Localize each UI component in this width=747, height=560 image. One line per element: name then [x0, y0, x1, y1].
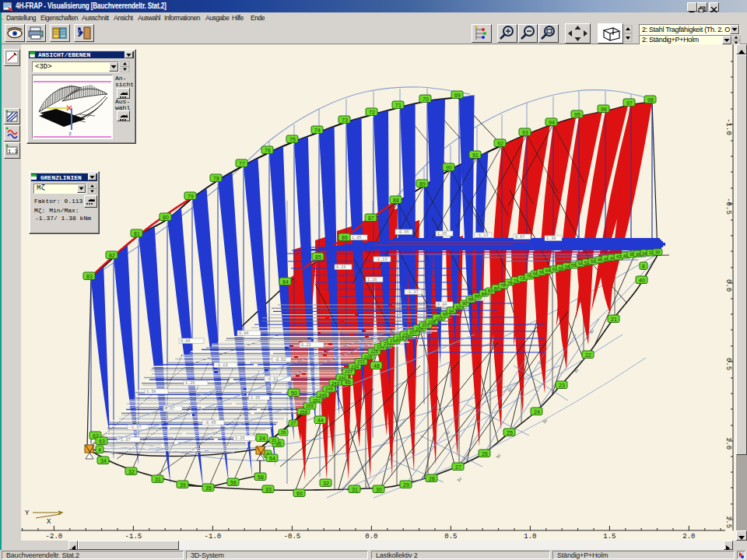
svg-text:50: 50	[291, 390, 297, 396]
svg-text:-0.45: -0.45	[204, 421, 216, 425]
svg-text:34: 34	[100, 458, 107, 464]
svg-text:94: 94	[449, 309, 454, 313]
svg-text:1.5: 1.5	[603, 533, 615, 541]
svg-text:89: 89	[419, 181, 426, 187]
svg-text:91: 91	[472, 152, 479, 158]
svg-text:32: 32	[128, 469, 135, 474]
svg-text:1.26: 1.26	[235, 436, 244, 441]
svg-text:0.0: 0.0	[724, 279, 732, 292]
svg-text:0.84: 0.84	[437, 303, 447, 307]
svg-text:40: 40	[639, 278, 645, 283]
svg-text:95: 95	[574, 112, 580, 117]
svg-text:73: 73	[342, 117, 348, 123]
svg-text:0.5: 0.5	[724, 358, 732, 370]
svg-text:27: 27	[455, 464, 461, 470]
svg-text:1.0: 1.0	[724, 437, 732, 450]
svg-text:79: 79	[188, 194, 194, 199]
svg-text:243: 243	[331, 381, 340, 386]
svg-text:84: 84	[282, 279, 289, 285]
svg-text:21: 21	[611, 317, 617, 322]
svg-text:-0.5: -0.5	[284, 533, 301, 541]
svg-text:0.23: 0.23	[336, 265, 345, 270]
svg-text:1.05: 1.05	[251, 396, 260, 401]
svg-text:58: 58	[258, 474, 264, 480]
svg-text:2.0: 2.0	[682, 533, 695, 541]
svg-text:-1.37: -1.37	[406, 290, 419, 295]
svg-text:39: 39	[180, 482, 186, 488]
svg-text:82: 82	[109, 253, 115, 258]
svg-text:29: 29	[403, 482, 409, 488]
svg-text:32: 32	[323, 481, 329, 486]
svg-text:24: 24	[534, 409, 540, 415]
svg-text:93: 93	[522, 130, 528, 135]
svg-text:240: 240	[338, 376, 347, 380]
svg-text:29: 29	[281, 430, 286, 435]
svg-text:23: 23	[559, 383, 565, 388]
svg-text:88: 88	[393, 198, 399, 203]
svg-text:72: 72	[369, 110, 375, 115]
svg-text:71: 71	[395, 103, 402, 108]
svg-text:252: 252	[313, 398, 321, 403]
svg-text:76: 76	[265, 148, 271, 153]
svg-text:0.5: 0.5	[444, 533, 457, 541]
svg-text:1.38: 1.38	[146, 390, 156, 394]
svg-text:X: X	[47, 518, 51, 526]
svg-text:25: 25	[507, 430, 513, 436]
svg-text:-0.92: -0.92	[274, 358, 286, 362]
svg-text:98: 98	[647, 97, 654, 103]
svg-text:-0.5: -0.5	[724, 198, 732, 215]
svg-text:75: 75	[289, 137, 296, 142]
svg-text:-1.13: -1.13	[375, 257, 388, 262]
svg-text:31: 31	[272, 438, 277, 443]
svg-text:83: 83	[86, 274, 93, 279]
svg-text:81: 81	[134, 231, 140, 236]
svg-text:249: 249	[319, 393, 328, 397]
svg-text:48: 48	[374, 363, 380, 369]
svg-text:-1.37: -1.37	[129, 425, 142, 430]
svg-text:228: 228	[364, 355, 373, 359]
svg-text:54: 54	[269, 456, 275, 461]
svg-text:80: 80	[163, 215, 169, 220]
svg-text:1.26: 1.26	[185, 381, 195, 386]
svg-text:0.23: 0.23	[301, 343, 310, 348]
svg-text:63: 63	[99, 439, 105, 444]
svg-text:-2.0: -2.0	[46, 533, 63, 541]
svg-text:237: 237	[345, 369, 353, 374]
svg-text:1.26: 1.26	[367, 278, 377, 282]
svg-text:87: 87	[368, 215, 374, 221]
svg-text:60: 60	[296, 491, 303, 496]
svg-text:27: 27	[291, 421, 296, 425]
svg-text:0.67: 0.67	[515, 235, 524, 240]
svg-text:z: z	[68, 131, 72, 137]
svg-text:31: 31	[155, 477, 161, 482]
svg-text:-0.45: -0.45	[397, 230, 409, 235]
svg-text:-1.0: -1.0	[724, 118, 732, 135]
svg-text:0.84: 0.84	[181, 339, 190, 344]
svg-text:94: 94	[549, 120, 555, 125]
svg-text:0.84: 0.84	[239, 331, 248, 336]
svg-text:85: 85	[315, 254, 321, 260]
svg-text:35: 35	[205, 485, 212, 491]
svg-text:74: 74	[314, 128, 321, 133]
svg-text:-1.13: -1.13	[476, 233, 489, 238]
svg-text:86: 86	[342, 235, 348, 240]
svg-text:258: 258	[300, 410, 308, 415]
svg-text:44: 44	[317, 418, 324, 423]
svg-text:92: 92	[497, 141, 503, 146]
svg-text:70: 70	[423, 96, 429, 102]
svg-text:26: 26	[482, 451, 488, 457]
svg-text:1.5: 1.5	[724, 516, 732, 528]
svg-text:1.38: 1.38	[546, 236, 556, 241]
svg-text:31: 31	[352, 487, 358, 492]
svg-text:-1.13: -1.13	[216, 363, 228, 368]
svg-text:96: 96	[601, 107, 607, 112]
svg-text:8: 8	[642, 264, 645, 269]
svg-text:231: 231	[357, 359, 366, 364]
svg-text:69: 69	[454, 93, 461, 98]
svg-text:28: 28	[429, 476, 435, 481]
svg-text:30: 30	[376, 487, 382, 492]
svg-text:97: 97	[626, 100, 633, 106]
svg-text:234: 234	[351, 365, 359, 369]
svg-text:90: 90	[446, 165, 452, 170]
svg-text:30: 30	[655, 250, 661, 254]
